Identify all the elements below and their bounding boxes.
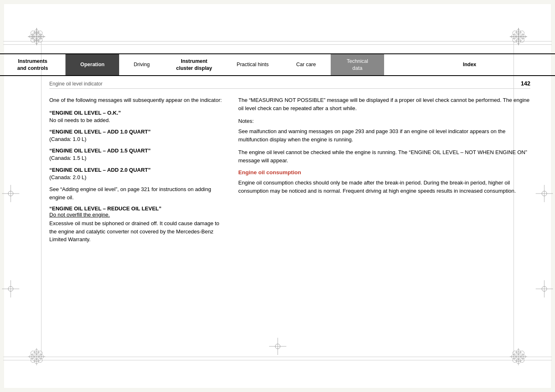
oil-entry-ok: “ENGINE OIL LEVEL – O.K.” No oil needs t… [49, 109, 222, 124]
nav-technical-label: Technical data [347, 58, 368, 71]
left-column: One of the following messages will subse… [49, 96, 222, 246]
nav-index-label: Index [463, 61, 477, 68]
nav-operation[interactable]: Operation [66, 54, 119, 75]
see-note: See “Adding engine oil level”, on page 3… [49, 185, 222, 201]
nav-operation-label: Operation [80, 61, 104, 68]
reduce-oil-entry: “ENGINE OIL LEVEL – REDUCE OIL LEVEL” Do… [49, 205, 222, 244]
nav-cluster-display[interactable]: Instrument cluster display [164, 54, 224, 75]
section-title: Engine oil level indicator [49, 81, 513, 87]
right-section-body: Engine oil consumption checks should onl… [238, 179, 530, 195]
svg-point-7 [31, 38, 35, 42]
svg-point-6 [38, 31, 42, 35]
page-header: Engine oil level indicator 142 [49, 80, 530, 89]
intro-text: One of the following messages will subse… [49, 96, 222, 104]
nav-driving-label: Driving [134, 61, 150, 68]
oil-1qt-bold: “ENGINE OIL LEVEL – ADD 1.0 QUART” [49, 128, 222, 136]
nav-car-care-label: Car care [296, 61, 316, 68]
engine-oil-consumption-heading: Engine oil consumption [238, 169, 530, 175]
nav-instruments-label: Instruments and controls [17, 58, 48, 71]
svg-point-32 [38, 358, 42, 362]
oil-ok-bold: “ENGINE OIL LEVEL – O.K.” [49, 109, 222, 117]
oil-1qt-sub: (Canada: 1.0 L) [49, 136, 222, 143]
two-column-layout: One of the following messages will subse… [49, 96, 530, 246]
right-para-1: See malfunction and warning messages on … [238, 127, 530, 143]
oil-entry-2qt: “ENGINE OIL LEVEL – ADD 2.0 QUART” (Cana… [49, 166, 222, 181]
nav-cluster-label: Instrument cluster display [176, 58, 212, 71]
svg-point-31 [31, 358, 35, 362]
oil-2qt-sub: (Canada: 2.0 L) [49, 174, 222, 181]
nav-driving[interactable]: Driving [119, 54, 164, 75]
oil-ok-sub: No oil needs to be added. [49, 117, 222, 124]
content-area: Engine oil level indicator 142 One of th… [49, 80, 530, 359]
navigation-bar: Instruments and controls Operation Drivi… [0, 53, 555, 76]
reduce-body: Excessive oil must be siphoned or draine… [49, 219, 222, 244]
reduce-underline: Do not overfill the engine. [49, 212, 222, 218]
oil-entry-1-5qt: “ENGINE OIL LEVEL – ADD 1.5 QUART” (Cana… [49, 147, 222, 162]
svg-point-5 [31, 31, 35, 35]
nav-instruments-controls[interactable]: Instruments and controls [0, 54, 66, 75]
right-para-2: The engine oil level cannot be checked w… [238, 148, 530, 164]
oil-1-5qt-sub: (Canada: 1.5 L) [49, 154, 222, 162]
svg-point-18 [520, 31, 524, 35]
svg-point-17 [513, 31, 517, 35]
oil-2qt-bold: “ENGINE OIL LEVEL – ADD 2.0 QUART” [49, 166, 222, 174]
svg-point-8 [38, 38, 42, 42]
nav-practical-hints[interactable]: Practical hints [224, 54, 281, 75]
svg-point-20 [520, 38, 524, 42]
right-column: The “MEASURING NOT POSSIBLE” message wil… [238, 96, 530, 246]
nav-practical-label: Practical hints [237, 61, 269, 68]
nav-car-care[interactable]: Car care [281, 54, 331, 75]
svg-point-29 [31, 351, 35, 355]
notes-heading: Notes: [238, 118, 530, 124]
nav-technical-data[interactable]: Technical data [331, 54, 384, 75]
oil-1-5qt-bold: “ENGINE OIL LEVEL – ADD 1.5 QUART” [49, 147, 222, 154]
right-intro: The “MEASURING NOT POSSIBLE” message wil… [238, 96, 530, 112]
oil-entry-1qt: “ENGINE OIL LEVEL – ADD 1.0 QUART” (Cana… [49, 128, 222, 143]
reduce-bold: “ENGINE OIL LEVEL – REDUCE OIL LEVEL” [49, 205, 222, 212]
svg-point-19 [513, 38, 517, 42]
svg-point-30 [38, 351, 42, 355]
page-number: 142 [521, 80, 530, 87]
nav-index[interactable]: Index [384, 54, 555, 75]
